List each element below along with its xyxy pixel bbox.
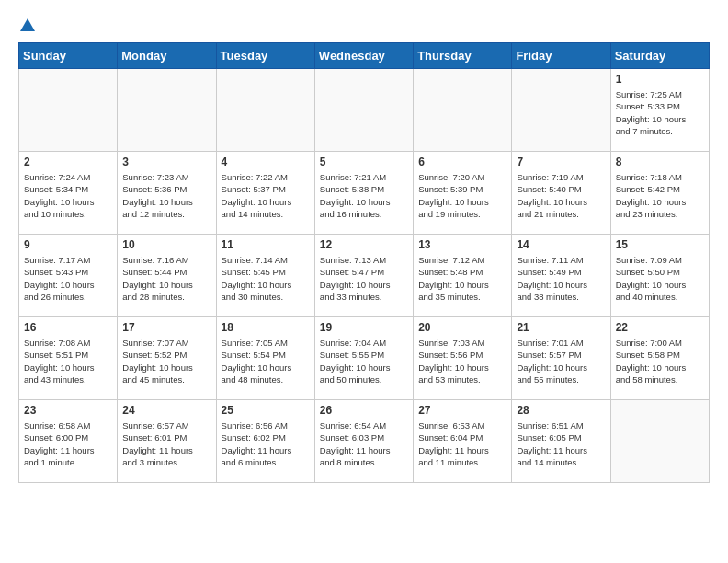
calendar-day-17: 17Sunrise: 7:07 AM Sunset: 5:52 PM Dayli… [118, 317, 216, 400]
calendar-day-7: 7Sunrise: 7:19 AM Sunset: 5:40 PM Daylig… [512, 152, 610, 235]
day-info: Sunrise: 6:58 AM Sunset: 6:00 PM Dayligh… [24, 419, 112, 468]
calendar-day-24: 24Sunrise: 6:57 AM Sunset: 6:01 PM Dayli… [118, 400, 216, 483]
calendar-day-15: 15Sunrise: 7:09 AM Sunset: 5:50 PM Dayli… [610, 235, 709, 317]
day-number: 17 [122, 321, 210, 334]
logo-triangle-icon [20, 18, 35, 31]
calendar-day-14: 14Sunrise: 7:11 AM Sunset: 5:49 PM Dayli… [512, 235, 610, 317]
day-number: 23 [24, 404, 112, 417]
calendar-table: SundayMondayTuesdayWednesdayThursdayFrid… [18, 42, 710, 483]
day-info: Sunrise: 7:23 AM Sunset: 5:36 PM Dayligh… [122, 171, 210, 220]
calendar-day-2: 2Sunrise: 7:24 AM Sunset: 5:34 PM Daylig… [19, 152, 118, 235]
day-info: Sunrise: 7:25 AM Sunset: 5:33 PM Dayligh… [616, 88, 704, 137]
calendar-day-25: 25Sunrise: 6:56 AM Sunset: 6:02 PM Dayli… [216, 400, 314, 483]
calendar-day-empty [216, 69, 314, 152]
day-info: Sunrise: 6:57 AM Sunset: 6:01 PM Dayligh… [122, 419, 210, 468]
calendar-day-empty [512, 69, 610, 152]
weekday-header-friday: Friday [512, 43, 610, 69]
day-info: Sunrise: 7:16 AM Sunset: 5:44 PM Dayligh… [122, 254, 210, 303]
day-info: Sunrise: 7:19 AM Sunset: 5:40 PM Dayligh… [517, 171, 605, 220]
day-number: 18 [222, 321, 310, 334]
day-info: Sunrise: 6:56 AM Sunset: 6:02 PM Dayligh… [222, 419, 310, 468]
day-info: Sunrise: 7:21 AM Sunset: 5:38 PM Dayligh… [320, 171, 408, 220]
calendar-week-1: 2Sunrise: 7:24 AM Sunset: 5:34 PM Daylig… [19, 152, 710, 235]
calendar-day-12: 12Sunrise: 7:13 AM Sunset: 5:47 PM Dayli… [314, 235, 413, 317]
calendar-day-19: 19Sunrise: 7:04 AM Sunset: 5:55 PM Dayli… [314, 317, 413, 400]
day-number: 2 [24, 155, 112, 168]
day-info: Sunrise: 7:01 AM Sunset: 5:57 PM Dayligh… [517, 337, 605, 385]
weekday-header-sunday: Sunday [19, 43, 118, 69]
day-info: Sunrise: 7:03 AM Sunset: 5:56 PM Dayligh… [418, 337, 506, 385]
calendar-day-6: 6Sunrise: 7:20 AM Sunset: 5:39 PM Daylig… [414, 152, 512, 235]
calendar-day-26: 26Sunrise: 6:54 AM Sunset: 6:03 PM Dayli… [314, 400, 413, 483]
weekday-header-thursday: Thursday [414, 43, 512, 69]
day-info: Sunrise: 7:22 AM Sunset: 5:37 PM Dayligh… [222, 171, 310, 220]
day-info: Sunrise: 7:18 AM Sunset: 5:42 PM Dayligh… [616, 171, 704, 220]
weekday-header-saturday: Saturday [610, 43, 709, 69]
day-number: 4 [222, 155, 310, 168]
day-number: 9 [24, 238, 112, 251]
calendar-week-4: 23Sunrise: 6:58 AM Sunset: 6:00 PM Dayli… [19, 400, 710, 483]
day-info: Sunrise: 7:13 AM Sunset: 5:47 PM Dayligh… [320, 254, 408, 303]
calendar-day-11: 11Sunrise: 7:14 AM Sunset: 5:45 PM Dayli… [216, 235, 314, 317]
calendar-day-28: 28Sunrise: 6:51 AM Sunset: 6:05 PM Dayli… [512, 400, 610, 483]
day-number: 3 [122, 155, 210, 168]
day-number: 14 [517, 238, 605, 251]
day-number: 28 [517, 404, 605, 417]
calendar-day-9: 9Sunrise: 7:17 AM Sunset: 5:43 PM Daylig… [19, 235, 118, 317]
logo [18, 18, 35, 33]
calendar-day-3: 3Sunrise: 7:23 AM Sunset: 5:36 PM Daylig… [118, 152, 216, 235]
day-number: 20 [418, 321, 506, 334]
calendar-day-empty [118, 69, 216, 152]
calendar-day-empty [314, 69, 413, 152]
day-number: 26 [320, 404, 408, 417]
day-info: Sunrise: 6:54 AM Sunset: 6:03 PM Dayligh… [320, 419, 408, 468]
day-number: 11 [222, 238, 310, 251]
day-number: 27 [418, 404, 506, 417]
weekday-header-row: SundayMondayTuesdayWednesdayThursdayFrid… [19, 43, 710, 69]
day-info: Sunrise: 7:04 AM Sunset: 5:55 PM Dayligh… [320, 337, 408, 385]
day-info: Sunrise: 7:24 AM Sunset: 5:34 PM Dayligh… [24, 171, 112, 220]
day-info: Sunrise: 7:17 AM Sunset: 5:43 PM Dayligh… [24, 254, 112, 303]
weekday-header-tuesday: Tuesday [216, 43, 314, 69]
calendar-week-2: 9Sunrise: 7:17 AM Sunset: 5:43 PM Daylig… [19, 235, 710, 317]
day-number: 24 [122, 404, 210, 417]
calendar-day-1: 1Sunrise: 7:25 AM Sunset: 5:33 PM Daylig… [610, 69, 709, 152]
day-number: 16 [24, 321, 112, 334]
day-info: Sunrise: 7:12 AM Sunset: 5:48 PM Dayligh… [418, 254, 506, 303]
day-info: Sunrise: 7:08 AM Sunset: 5:51 PM Dayligh… [24, 337, 112, 385]
page-header [18, 18, 710, 33]
day-number: 7 [517, 155, 605, 168]
day-number: 8 [616, 155, 704, 168]
calendar-week-3: 16Sunrise: 7:08 AM Sunset: 5:51 PM Dayli… [19, 317, 710, 400]
calendar-day-20: 20Sunrise: 7:03 AM Sunset: 5:56 PM Dayli… [414, 317, 512, 400]
day-number: 5 [320, 155, 408, 168]
day-number: 25 [222, 404, 310, 417]
day-info: Sunrise: 6:51 AM Sunset: 6:05 PM Dayligh… [517, 419, 605, 468]
calendar-day-10: 10Sunrise: 7:16 AM Sunset: 5:44 PM Dayli… [118, 235, 216, 317]
day-info: Sunrise: 7:11 AM Sunset: 5:49 PM Dayligh… [517, 254, 605, 303]
calendar-day-18: 18Sunrise: 7:05 AM Sunset: 5:54 PM Dayli… [216, 317, 314, 400]
day-info: Sunrise: 7:14 AM Sunset: 5:45 PM Dayligh… [222, 254, 310, 303]
calendar-day-4: 4Sunrise: 7:22 AM Sunset: 5:37 PM Daylig… [216, 152, 314, 235]
calendar-day-23: 23Sunrise: 6:58 AM Sunset: 6:00 PM Dayli… [19, 400, 118, 483]
calendar-day-empty [19, 69, 118, 152]
day-info: Sunrise: 7:05 AM Sunset: 5:54 PM Dayligh… [222, 337, 310, 385]
calendar-day-8: 8Sunrise: 7:18 AM Sunset: 5:42 PM Daylig… [610, 152, 709, 235]
day-number: 21 [517, 321, 605, 334]
calendar-day-5: 5Sunrise: 7:21 AM Sunset: 5:38 PM Daylig… [314, 152, 413, 235]
calendar-day-16: 16Sunrise: 7:08 AM Sunset: 5:51 PM Dayli… [19, 317, 118, 400]
day-number: 1 [616, 73, 704, 86]
day-number: 19 [320, 321, 408, 334]
calendar-day-empty [414, 69, 512, 152]
day-number: 13 [418, 238, 506, 251]
day-number: 15 [616, 238, 704, 251]
weekday-header-wednesday: Wednesday [314, 43, 413, 69]
calendar-day-21: 21Sunrise: 7:01 AM Sunset: 5:57 PM Dayli… [512, 317, 610, 400]
day-number: 10 [122, 238, 210, 251]
day-info: Sunrise: 7:00 AM Sunset: 5:58 PM Dayligh… [616, 337, 704, 385]
day-info: Sunrise: 7:09 AM Sunset: 5:50 PM Dayligh… [616, 254, 704, 303]
day-info: Sunrise: 6:53 AM Sunset: 6:04 PM Dayligh… [418, 419, 506, 468]
calendar-week-0: 1Sunrise: 7:25 AM Sunset: 5:33 PM Daylig… [19, 69, 710, 152]
day-number: 6 [418, 155, 506, 168]
calendar-day-27: 27Sunrise: 6:53 AM Sunset: 6:04 PM Dayli… [414, 400, 512, 483]
